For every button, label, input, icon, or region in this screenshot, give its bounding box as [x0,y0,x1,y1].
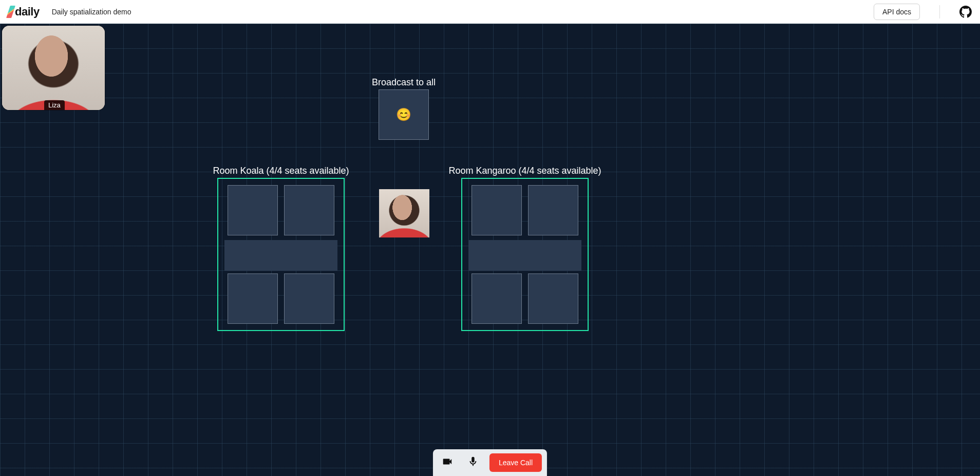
broadcast-label: Broadcast to all [372,77,436,88]
room-kangaroo-seat-1[interactable] [472,185,522,235]
room-koala-seat-3[interactable] [228,273,278,324]
room-label-koala: Room Koala (4/4 seats available) [213,166,349,176]
room-label-kangaroo: Room Kangaroo (4/4 seats available) [448,166,601,176]
participant-video-feed [379,189,429,237]
logo-slash-icon [6,6,15,18]
local-video-feed [2,26,105,110]
room-kangaroo[interactable] [461,178,589,331]
leave-call-button[interactable]: Leave Call [489,453,542,472]
room-kangaroo-desk [468,240,581,271]
github-icon[interactable] [959,6,972,18]
room-kangaroo-seat-3[interactable] [472,273,522,324]
camera-toggle-button[interactable] [438,453,457,472]
api-docs-button[interactable]: API docs [874,4,920,20]
room-kangaroo-seat-4[interactable] [528,273,578,324]
header: daily Daily spatialization demo API docs [0,0,980,24]
logo[interactable]: daily [8,5,40,19]
room-kangaroo-seat-2[interactable] [528,185,578,235]
logo-text: daily [15,5,40,19]
camera-icon [442,456,453,469]
app-title: Daily spatialization demo [52,8,131,16]
local-name-label: Liza [44,100,65,110]
room-koala[interactable] [217,178,345,331]
microphone-icon [467,456,479,469]
control-bar: Leave Call [433,449,547,476]
local-video-tile[interactable]: Liza [2,26,105,110]
room-koala-seat-2[interactable] [284,185,334,235]
broadcast-slot[interactable]: 😊 [379,89,429,140]
header-divider [939,5,940,19]
mic-toggle-button[interactable] [464,453,482,472]
room-koala-seat-1[interactable] [228,185,278,235]
room-koala-seat-4[interactable] [284,273,334,324]
participant-avatar[interactable] [379,189,429,237]
room-koala-desk [224,240,337,271]
broadcast-emoji-icon: 😊 [396,107,411,122]
world-canvas[interactable]: Liza Broadcast to all 😊 Room Koala (4/4 … [0,24,980,476]
